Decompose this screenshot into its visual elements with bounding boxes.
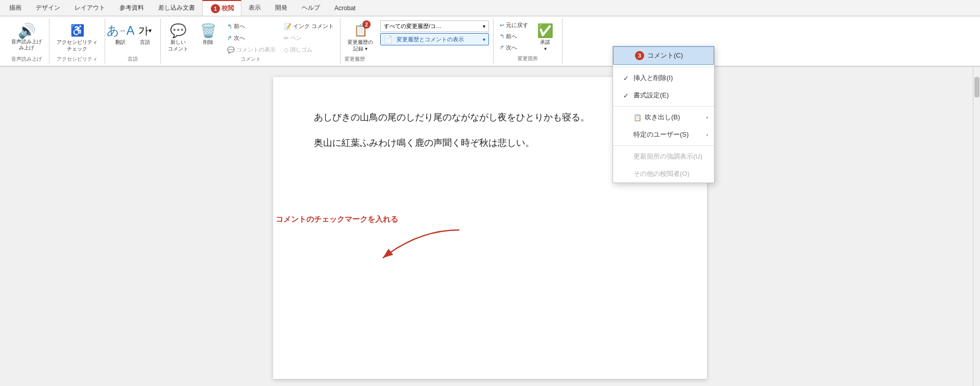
accept-prev-btn[interactable]: ↰ 前へ — [498, 32, 530, 41]
show-markup-dropdown-label: すべての変更履歴/コ… — [384, 22, 481, 30]
eraser-btn[interactable]: ◇ 消しゴム — [282, 45, 336, 55]
dropdown-item-format[interactable]: ✓ 書式設定(E) — [613, 87, 714, 104]
vertical-scrollbar[interactable] — [973, 67, 980, 386]
annotation: コメントのチェックマークを入れる — [276, 215, 398, 224]
group-speech: 🔊 音声読み上げみ上げ 音声読み上げ — [4, 18, 50, 64]
accept-btn[interactable]: ✅ 承諾▾ — [532, 20, 558, 54]
balloon-icon: 📋 — [633, 114, 643, 121]
ribbon-tab-bar: 描画 デザイン レイアウト 参考資料 差し込み文書 1 校閲 表示 開発 ヘルプ… — [0, 0, 980, 16]
tab-design[interactable]: デザイン — [29, 0, 67, 16]
group-speech-label: 音声読み上げ — [11, 56, 42, 64]
show-comment-label: コメントの表示 — [236, 46, 276, 54]
tab-help[interactable]: ヘルプ — [295, 0, 327, 16]
dropdown-item-comment[interactable]: 3 コメント(C) — [613, 46, 714, 65]
annotation-text: コメントのチェックマークを入れる — [276, 215, 398, 224]
prev-label: 前へ — [234, 22, 245, 30]
show-comment-icon: 💬 — [227, 46, 235, 54]
user-chevron-icon: › — [706, 132, 708, 138]
checkmark-insert: ✓ — [623, 74, 631, 82]
speech-icon: 🔊 — [18, 22, 35, 39]
delete-label: 削除 — [203, 39, 213, 52]
translate-label: 翻訳 — [115, 39, 126, 45]
group-track: 📋 2 変更履歴の記録 ▾ すべての変更履歴/コ… ▾ 📄 変更履歴とコメントの… — [340, 18, 494, 64]
show-markup-icon: 📄 — [384, 35, 393, 43]
show-comment-btn[interactable]: 💬 コメントの表示 — [225, 45, 278, 55]
group-language-label: 言語 — [128, 56, 138, 64]
show-markup-btn[interactable]: 📄 変更履歴とコメントの表示 ▾ — [380, 33, 489, 45]
accept-next-icon: ↱ — [500, 44, 504, 51]
accept-icon: ✅ — [537, 22, 553, 39]
speech-btn[interactable]: 🔊 音声読み上げみ上げ — [8, 20, 45, 53]
dropdown-item-insert[interactable]: ✓ 挿入と削除(I) — [613, 69, 714, 87]
accessibility-icon: ♿ — [69, 22, 85, 39]
track-record-icon: 📋 2 — [352, 22, 369, 39]
translate-btn[interactable]: あ↔A 翻訳 — [109, 20, 132, 47]
dropdown-item-highlight: 更新箇所の強調表示(U) — [613, 148, 714, 165]
show-markup-dropdown[interactable]: すべての変更履歴/コ… ▾ — [380, 20, 489, 32]
annotation-arrow — [378, 227, 470, 268]
tab-review[interactable]: 1 校閲 — [202, 0, 241, 16]
translate-icon: あ↔A — [112, 22, 129, 39]
show-markup-label: 変更履歴とコメントの表示 — [397, 36, 481, 43]
track-record-label: 変更履歴の記録 ▾ — [348, 39, 373, 52]
tab-mailings[interactable]: 差し込み文書 — [151, 0, 202, 16]
delete-btn[interactable]: 🗑️ 削除 — [195, 20, 221, 54]
insert-delete-label: 挿入と削除(I) — [633, 73, 673, 83]
pen-btn[interactable]: ✏ ペン — [282, 33, 336, 43]
ink-comment-btn[interactable]: 📝 インク コメント — [282, 21, 336, 31]
others-label: その他の校閲者(O) — [633, 169, 690, 178]
next-btn[interactable]: ↱ 次へ — [225, 33, 278, 43]
step-3-badge: 3 — [635, 51, 644, 60]
dropdown-item-others: その他の校閲者(O) — [613, 165, 714, 183]
ribbon-content-area: 🔊 音声読み上げみ上げ 音声読み上げ ♿ アクセシビリティチェック アクセシビリ… — [0, 16, 980, 66]
speech-label: 音声読み上げみ上げ — [11, 39, 42, 51]
balloon-chevron-icon: › — [706, 115, 708, 120]
comment-label: コメント(C) — [647, 51, 683, 60]
pen-icon: ✏ — [284, 35, 289, 42]
document-scroll: あしびきの山鳥の尾のしだり尾のながながし夜をひとりかも寝る。 奥山に紅葉ふみわけ… — [0, 67, 980, 386]
group-accept: ↩ 元に戻す ↰ 前へ ↱ 次へ ✅ 承諾▾ — [494, 18, 562, 64]
delete-icon: 🗑️ — [200, 22, 216, 39]
accessibility-label: アクセシビリティチェック — [57, 39, 97, 52]
undo-btn[interactable]: ↩ 元に戻す — [498, 20, 530, 30]
separator-2 — [613, 106, 714, 107]
tab-developer[interactable]: 開発 — [268, 0, 295, 16]
ink-comment-label: インク コメント — [293, 22, 334, 30]
eraser-label: 消しゴム — [290, 46, 312, 54]
separator-3 — [613, 145, 714, 146]
show-markup-dropdown-icon: ▾ — [483, 37, 485, 42]
accept-next-label: 次へ — [506, 44, 517, 52]
group-comment-label: コメント — [240, 56, 261, 64]
group-comment: 💬 新しいコメント 🗑️ 削除 ↰ 前へ ↱ 次へ — [161, 18, 340, 64]
checkmark-format: ✓ — [623, 92, 631, 99]
accept-prev-icon: ↰ — [500, 33, 504, 40]
scrollbar-thumb[interactable] — [974, 77, 979, 97]
dropdown-item-balloon[interactable]: 📋 吹き出し(B) › — [613, 109, 714, 126]
tab-view[interactable]: 表示 — [241, 0, 268, 16]
ribbon: 描画 デザイン レイアウト 参考資料 差し込み文書 1 校閲 表示 開発 ヘルプ… — [0, 0, 980, 67]
group-language: あ↔A 翻訳 가▾ 言語 言語 — [105, 18, 161, 64]
accessibility-btn[interactable]: ♿ アクセシビリティチェック — [54, 20, 101, 54]
checkmark-others — [623, 170, 631, 178]
dropdown-item-user[interactable]: 特定のユーザー(S) › — [613, 126, 714, 143]
language-btn[interactable]: 가▾ 言語 — [134, 20, 156, 47]
new-comment-btn[interactable]: 💬 新しいコメント — [165, 20, 191, 54]
new-comment-icon: 💬 — [170, 22, 186, 39]
new-comment-label: 新しいコメント — [168, 39, 188, 52]
checkmark-balloon — [623, 114, 631, 121]
tab-references[interactable]: 参考資料 — [112, 0, 151, 16]
pen-label: ペン — [290, 34, 302, 42]
track-record-btn[interactable]: 📋 2 変更履歴の記録 ▾ — [345, 20, 376, 54]
tab-layout[interactable]: レイアウト — [67, 0, 112, 16]
prev-btn[interactable]: ↰ 前へ — [225, 21, 278, 31]
group-accept-label: 変更箇所 — [518, 55, 538, 63]
dropdown-arrow-icon: ▾ — [483, 23, 485, 29]
tab-acrobat[interactable]: Acrobat — [327, 0, 362, 16]
eraser-icon: ◇ — [284, 46, 288, 54]
tab-draw[interactable]: 描画 — [2, 0, 29, 16]
dropdown-menu: 3 コメント(C) ✓ 挿入と削除(I) ✓ 書式設定(E) 📋 吹き出し(B)… — [612, 46, 715, 183]
group-accessibility: ♿ アクセシビリティチェック アクセシビリティ — [50, 18, 105, 64]
checkmark-highlight — [623, 153, 631, 161]
balloon-label: 吹き出し(B) — [645, 113, 680, 122]
accept-next-btn[interactable]: ↱ 次へ — [498, 43, 530, 53]
